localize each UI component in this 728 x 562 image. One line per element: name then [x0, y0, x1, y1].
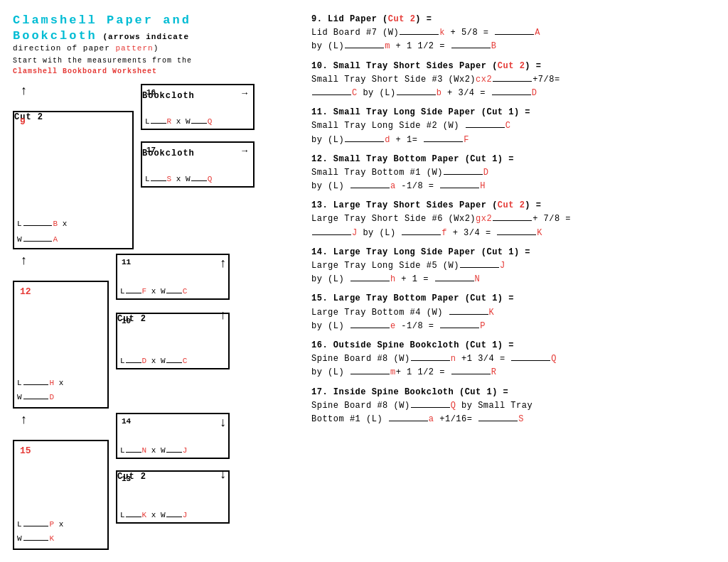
panel-14-wrapper: ↓ 14 LN x WJ	[116, 413, 230, 459]
panel-12-num: 12	[20, 286, 31, 297]
panel-9-dim-l: LB x	[17, 220, 67, 228]
diagram-row-1: ↑ 9 Cut 2 LB x WA	[13, 84, 304, 249]
formula-15-line2: Large Tray Bottom #4 (W) K	[311, 306, 715, 320]
formula-11-line1: 11. Small Tray Long Side Paper (Cut 1) =	[311, 106, 715, 119]
formula-11-line3: by (L)d + 1= F	[311, 134, 715, 147]
panel-15-outer: ↑ 15 LP x WK	[13, 426, 109, 550]
formula-10-line2: Small Tray Short Side #3 (Wx2)cx2+7/8=	[311, 73, 715, 87]
left-column: Clamshell Paper and Bookcloth (arrows in…	[13, 13, 304, 550]
panel-13-wrapper: ↓ 13 Cut 2 LK x WJ	[116, 465, 230, 524]
panel-12-dim-l: LH x	[17, 379, 63, 387]
right-column: 9. Lid Paper (Cut 2) = Lid Board #7 (W)k…	[304, 13, 715, 550]
panel-17-num: 17	[146, 146, 156, 154]
formula-17-line2: Spine Board #8 (W)Q by Small Tray	[311, 399, 715, 413]
panel-17-box: 17 → Bookcloth LS x WQ	[141, 141, 255, 188]
panel-10-dims: LD x WC	[120, 357, 187, 365]
panel-11-dims: LF x WC	[120, 287, 187, 296]
formula-17-line1: 17. Inside Spine Bookcloth (Cut 1) =	[311, 386, 715, 399]
subtitle: Start with the measurements from the Cla…	[13, 55, 304, 77]
panel-15-dim-w: WK	[17, 534, 54, 543]
formula-12-line3: by (L) a -1/8 = H	[311, 180, 715, 193]
panel-9-label: Cut 2	[14, 112, 132, 122]
formula-16-line2: Spine Board #8 (W)n +1 3/4 = Q	[311, 352, 715, 366]
formula-9-line3: by (L)m + 1 1/2 = B	[311, 40, 715, 53]
panel-16-dims: LR x WQ	[145, 117, 212, 126]
panel-14-dims: LN x WJ	[120, 446, 187, 455]
formula-15-line1: 15. Large Tray Bottom Paper (Cut 1) =	[311, 292, 715, 306]
arrow-up-12: ↑	[20, 254, 28, 268]
formula-10-line3: C by (L)b + 3/4 = D	[311, 87, 715, 100]
formula-10: 10. Small Tray Short Sides Paper (Cut 2)…	[311, 60, 715, 101]
panel-16-label: Bookcloth	[142, 91, 253, 101]
formula-9: 9. Lid Paper (Cut 2) = Lid Board #7 (W)k…	[311, 13, 715, 54]
diagrams-area: ↑ 9 Cut 2 LB x WA	[13, 84, 304, 550]
panel-11-box: 11 LF x WC	[116, 254, 230, 300]
panel-13-num: 13	[122, 475, 131, 483]
panel-14-num: 14	[122, 417, 131, 426]
panel-12-outer: ↑ 12 LH x WD	[13, 266, 109, 409]
panel-16-box: 16 → Bookcloth LR x WQ	[141, 84, 255, 130]
panel-17-dims: LS x WQ	[145, 175, 212, 183]
panel-12-box: 12 LH x WD	[13, 281, 109, 409]
panel-15-num: 15	[20, 445, 31, 456]
formula-13-line1: 13. Large Tray Short Sides Paper (Cut 2)…	[311, 199, 715, 212]
panels-16-17: 16 → Bookcloth LR x WQ 17	[141, 84, 255, 188]
formula-17-line3: Bottom #1 (L) a +1/16= S	[311, 413, 715, 426]
formula-16: 16. Outside Spine Bookcloth (Cut 1) = Sp…	[311, 339, 715, 380]
panel-10-wrapper: ↑ 10 Cut 2 LD x WC	[116, 306, 230, 369]
formula-12-line2: Small Tray Bottom #1 (W)D	[311, 166, 715, 180]
formula-11-line2: Small Tray Long Side #2 (W) C	[311, 119, 715, 133]
title-block: Clamshell Paper and Bookcloth (arrows in…	[13, 13, 304, 77]
main-title: Clamshell Paper and	[13, 13, 304, 28]
panels-14-13: ↓ 14 LN x WJ ↓ 13 Cut 2	[116, 413, 230, 524]
formula-14-line1: 14. Large Tray Long Side Paper (Cut 1) =	[311, 246, 715, 259]
formula-15: 15. Large Tray Bottom Paper (Cut 1) = La…	[311, 292, 715, 333]
arrow-up-15: ↑	[20, 413, 28, 427]
panel-13-box: 13 Cut 2 LK x WJ	[116, 470, 230, 524]
formula-14-line3: by (L) h + 1 = N	[311, 273, 715, 286]
formula-14: 14. Large Tray Long Side Paper (Cut 1) =…	[311, 246, 715, 287]
formula-13: 13. Large Tray Short Sides Paper (Cut 2)…	[311, 199, 715, 240]
panel-15-dim-l: LP x	[17, 520, 63, 529]
diagram-row-2: ↑ 12 LH x WD	[13, 254, 304, 409]
panels-11-10: ↑ 11 LF x WC ↑ 10 Cut 2	[116, 254, 230, 369]
formula-17: 17. Inside Spine Bookcloth (Cut 1) = Spi…	[311, 386, 715, 427]
panel-10-label: Cut 2	[117, 314, 228, 324]
panel-9-outer: ↑ 9 Cut 2 LB x WA	[13, 97, 134, 249]
formula-10-line1: 10. Small Tray Short Sides Paper (Cut 2)…	[311, 60, 715, 73]
panel-9-dim-w: WA	[17, 235, 58, 244]
panel-10-num: 10	[122, 317, 131, 325]
panel-13-label: Cut 2	[117, 472, 228, 482]
panel-16-wrapper: 16 → Bookcloth LR x WQ	[141, 84, 255, 130]
arrow-right-16: →	[242, 88, 247, 99]
main-title-2: Bookcloth (arrows indicate	[13, 28, 304, 44]
panel-17-label: Bookcloth	[142, 148, 253, 158]
panel-13-dims: LK x WJ	[120, 511, 187, 519]
diagram-row-3: ↑ 15 LP x WK	[13, 413, 304, 550]
panel-15-box: 15 LP x WK	[13, 440, 109, 550]
formula-12: 12. Small Tray Bottom Paper (Cut 1) = Sm…	[311, 153, 715, 194]
formula-9-line1: 9. Lid Paper (Cut 2) =	[311, 13, 715, 26]
panel-11-wrapper: ↑ 11 LF x WC	[116, 254, 230, 300]
formula-9-line2: Lid Board #7 (W)k + 5/8 = A	[311, 26, 715, 40]
formula-13-line3: J by (L) f + 3/4 = K	[311, 227, 715, 240]
formula-12-line1: 12. Small Tray Bottom Paper (Cut 1) =	[311, 153, 715, 166]
formula-16-line1: 16. Outside Spine Bookcloth (Cut 1) =	[311, 339, 715, 352]
formula-15-line3: by (L) e -1/8 = P	[311, 320, 715, 333]
title-text-1: Clamshell Paper and	[13, 13, 191, 27]
formula-16-line3: by (L) m+ 1 1/2 = R	[311, 366, 715, 379]
panel-10-box: 10 Cut 2 LD x WC	[116, 313, 230, 369]
panel-12-dim-w: WD	[17, 393, 54, 401]
formula-14-line2: Large Tray Long Side #5 (W)J	[311, 259, 715, 273]
formula-13-line2: Large Tray Short Side #6 (Wx2)gx2+ 7/8 =	[311, 212, 715, 226]
panel-9-box: 9 Cut 2 LB x WA	[13, 111, 134, 249]
panel-16-num: 16	[146, 88, 156, 97]
title-bookcloth: Bookcloth	[13, 29, 97, 43]
panel-17-wrapper: 17 → Bookcloth LS x WQ	[141, 136, 255, 188]
panel-9-num: 9	[20, 117, 26, 127]
panel-11-num: 11	[122, 258, 131, 266]
formula-11: 11. Small Tray Long Side Paper (Cut 1) =…	[311, 106, 715, 147]
arrow-up-9: ↑	[20, 84, 28, 98]
panel-14-box: 14 LN x WJ	[116, 413, 230, 459]
title-line3: direction of paper pattern)	[13, 44, 304, 53]
